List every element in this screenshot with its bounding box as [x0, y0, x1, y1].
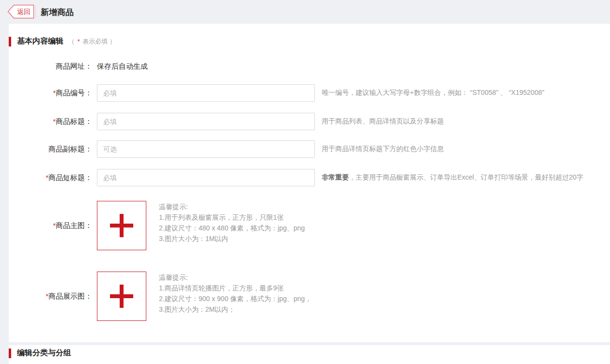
tip-line: 1.商品详情页轮播图片，正方形，最多9张: [159, 283, 312, 293]
product-title-hint: 用于商品列表、商品详情页以及分享标题: [322, 117, 444, 126]
tip-line: 3.图片大小为：1M以内: [159, 233, 305, 244]
product-url-label: 商品网址：: [9, 62, 92, 71]
plus-icon: [110, 285, 133, 308]
product-code-label: *商品编号：: [9, 89, 92, 98]
basic-section-header: 基本内容编辑 （ * 表示必填 ）: [9, 36, 116, 46]
main-image-upload-box[interactable]: [97, 201, 146, 250]
section-accent-bar: [9, 349, 11, 358]
product-subtitle-label: 商品副标题：: [9, 145, 92, 154]
back-button[interactable]: 返回: [7, 4, 35, 19]
category-section-header: 编辑分类与分组: [9, 348, 71, 358]
top-bar: 返回 新增商品: [0, 0, 610, 24]
display-image-tips: 温馨提示: 1.商品详情页轮播图片，正方形，最多9张 2.建议尺寸：900 x …: [159, 272, 312, 315]
product-url-row: 商品网址： 保存后自动生成: [9, 58, 148, 75]
main-image-label: *商品主图：: [9, 221, 92, 230]
product-short-title-row: *商品短标题： 非常重要，主要用于商品橱窗展示、订单导出Excel、订单打印等场…: [9, 169, 583, 186]
product-short-title-hint: 非常重要，主要用于商品橱窗展示、订单导出Excel、订单打印等场景，最好别超过2…: [322, 173, 583, 182]
product-url-value: 保存后自动生成: [97, 62, 148, 71]
back-button-label: 返回: [17, 8, 31, 15]
basic-info-panel: 基本内容编辑 （ * 表示必填 ） 商品网址： 保存后自动生成 *商品编号： 唯…: [9, 24, 610, 342]
product-code-row: *商品编号： 唯一编号，建议输入大写字母+数字组合，例如： “ST0058” 、…: [9, 84, 544, 102]
product-subtitle-input[interactable]: [97, 140, 315, 158]
tip-line: 3.图片大小为：2M以内；: [159, 304, 312, 315]
product-title-row: *商品标题： 用于商品列表、商品详情页以及分享标题: [9, 113, 444, 130]
display-image-row: *商品展示图： 温馨提示: 1.商品详情页轮播图片，正方形，最多9张 2.建议尺…: [9, 272, 312, 321]
category-panel: 编辑分类与分组: [9, 345, 610, 364]
product-code-hint: 唯一编号，建议输入大写字母+数字组合，例如： “ST0058” 、 “X1952…: [322, 89, 544, 97]
tip-line: 1.用于列表及橱窗展示，正方形，只限1张: [159, 212, 305, 223]
section-accent-bar: [9, 37, 11, 46]
product-short-title-input[interactable]: [97, 169, 315, 186]
basic-section-title: 基本内容编辑: [17, 36, 63, 46]
product-code-input[interactable]: [97, 84, 315, 102]
main-image-row: *商品主图： 温馨提示: 1.用于列表及橱窗展示，正方形，只限1张 2.建议尺寸…: [9, 201, 305, 250]
required-note: （ * 表示必填 ）: [68, 37, 116, 46]
tip-line: 温馨提示:: [159, 272, 312, 283]
main-image-tips: 温馨提示: 1.用于列表及橱窗展示，正方形，只限1张 2.建议尺寸：480 x …: [159, 201, 305, 244]
product-title-input[interactable]: [97, 113, 315, 130]
tip-line: 温馨提示:: [159, 201, 305, 212]
tip-line: 2.建议尺寸：900 x 900 像素，格式为：jpg、png，: [159, 293, 312, 304]
product-short-title-label: *商品短标题：: [9, 173, 92, 182]
display-image-label: *商品展示图：: [9, 292, 92, 301]
product-subtitle-row: 商品副标题： 用于商品详情页标题下方的红色小字信息: [9, 140, 444, 158]
tip-line: 2.建议尺寸：480 x 480 像素，格式为：jpg、png: [159, 223, 305, 233]
category-section-title: 编辑分类与分组: [17, 348, 71, 358]
required-asterisk: *: [78, 38, 80, 45]
product-subtitle-hint: 用于商品详情页标题下方的红色小字信息: [322, 145, 444, 153]
plus-icon: [110, 214, 133, 237]
back-arrow-outline-icon: 返回: [7, 4, 35, 19]
add-product-page: 返回 新增商品 基本内容编辑 （ * 表示必填 ） 商品网址： 保存后自动生成 …: [0, 0, 610, 364]
product-title-label: *商品标题：: [9, 117, 92, 126]
page-title: 新增商品: [41, 7, 74, 18]
display-image-upload-box[interactable]: [97, 272, 146, 321]
topbar-divider: [35, 6, 36, 17]
